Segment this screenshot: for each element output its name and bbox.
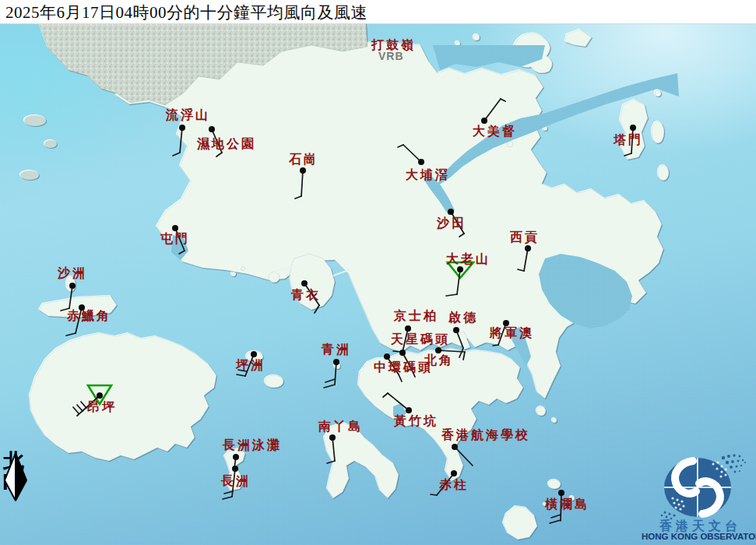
wind-barb [388,393,409,410]
station-label: 濕地公園 [196,137,256,151]
wind-barb [224,491,233,494]
wind-barb [180,128,182,153]
station-label: 流浮山 [165,107,210,121]
hko-logo-icon [645,453,756,523]
wind-barb [459,348,463,357]
wind-barb [295,196,301,199]
station-wetland-park: 濕地公園 [196,126,256,156]
station-waglan-island: 橫瀾島 [544,490,589,523]
station-label: 大老山 [446,252,491,265]
station-dot [209,126,215,132]
station-dot [452,444,458,450]
wind-barb [335,362,336,385]
station-dot [630,125,636,131]
station-tates-cairn: 大老山 [446,252,491,296]
station-label: 香港航海學校 [441,427,530,441]
wind-barb [463,352,465,360]
station-dot [558,490,564,496]
station-label: 黃竹坑 [393,414,438,427]
station-dot [251,351,257,357]
wind-barb [315,305,319,313]
station-ngong-ping: 昂坪 [73,385,117,416]
wind-barb [383,393,388,397]
wind-barb [431,494,437,495]
station-label: 啟德 [448,311,478,324]
wind-barb [173,153,180,156]
station-label: 天星碼頭 [390,332,450,346]
station-tai-mei-tuk: 大美督 [473,99,517,138]
north-arrow-icon [2,452,30,503]
station-label: 屯門 [160,232,190,245]
station-dot [69,283,76,289]
station-dot [406,407,412,413]
wind-barb [524,248,528,271]
station-dot [525,245,531,251]
hko-logo: 香港天文台 HONG KONG OBSERVATORY [645,453,756,545]
station-dot [97,392,103,399]
wind-barb [493,345,498,346]
station-dot [453,327,459,333]
wind-barb [455,447,473,466]
station-label: 西貢 [509,230,540,244]
wind-barb [459,234,464,237]
station-tsing-yi: 青衣 [290,280,321,313]
station-label: 長洲 [220,474,251,487]
wind-barb [438,350,465,352]
station-cheung-chau-beach: 長洲泳灘 [222,438,282,468]
station-stanley: 赤柱 [431,470,469,495]
station-north-point: 北角 [424,347,465,367]
station-dot [384,353,390,360]
station-label: 沙洲 [57,266,87,280]
station-dot [232,466,238,472]
station-tap-mun: 塔門 [613,125,643,156]
station-dot [300,167,306,174]
wind-barb [501,99,505,101]
station-label: 將軍澳 [489,326,534,339]
station-dot [329,434,336,441]
wind-barb [398,145,403,147]
station-label: 橫瀾島 [544,498,589,511]
station-note: VRB [378,50,404,62]
station-label: 沙田 [436,216,466,230]
station-dot [179,125,185,131]
wind-barb [179,251,185,254]
station-sha-chau: 沙洲 [57,266,87,311]
wind-barb [77,405,83,411]
station-dot [457,266,463,272]
wind-barb [518,269,524,271]
map-title: 2025年6月17日04時00分的十分鐘平均風向及風速 [5,2,367,23]
station-dot [172,225,178,231]
wind-barb [551,515,561,518]
station-peng-chau: 坪洲 [235,351,265,376]
wind-barb [624,153,631,156]
station-label: 青洲 [321,343,351,356]
station-label: 青衣 [290,288,321,301]
wind-barb [446,294,457,296]
hko-name-en: HONG KONG OBSERVATORY [642,532,756,541]
station-kai-tak: 啟德 [448,311,478,357]
station-hk-sea-school: 香港航海學校 [441,427,530,466]
station-tai-po-kau: 大埔滘 [398,145,450,181]
stations-layer: 打鼓嶺VRB流浮山濕地公園石崗大美督塔門大埔滘沙田西貢大老山屯門沙洲赤鱲角青衣京… [0,0,756,545]
wind-barb [81,402,86,408]
wind-barb [484,99,501,121]
station-tseung-kwan-o: 將軍澳 [489,320,534,346]
station-label: 北角 [424,353,454,367]
station-wong-chuk-hang: 黃竹坑 [383,393,438,427]
station-label: 京士柏 [393,308,438,322]
station-dot [405,325,411,332]
station-label: 大埔滘 [406,167,450,181]
hko-wind-map: 打鼓嶺VRB流浮山濕地公園石崗大美督塔門大埔滘沙田西貢大老山屯門沙洲赤鱲角青衣京… [0,0,756,545]
compass: 北 N [2,452,33,492]
title-bar: 2025年6月17日04時00分的十分鐘平均風向及風速 [0,0,756,24]
station-dot [418,159,424,165]
station-dot [448,209,454,215]
station-label: 赤鱲角 [66,309,111,322]
station-label: 坪洲 [235,358,265,371]
wind-barb [403,145,421,162]
station-sai-kung: 西貢 [509,230,540,271]
wind-barb [332,438,335,461]
wind-barb [327,461,335,463]
station-dot [301,280,308,287]
station-label: 石崗 [288,153,318,166]
